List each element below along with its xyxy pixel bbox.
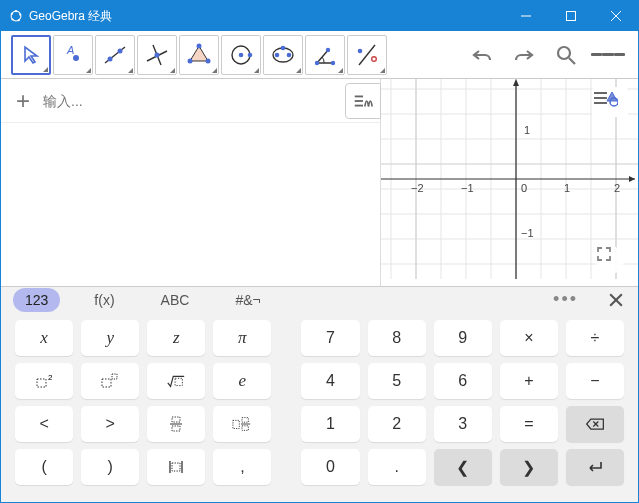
svg-rect-7 (566, 12, 575, 21)
svg-point-26 (275, 52, 280, 57)
algebra-view: + (1, 79, 381, 286)
svg-point-14 (118, 48, 123, 53)
key-4[interactable]: 4 (301, 363, 359, 399)
key-e[interactable]: e (213, 363, 271, 399)
key-z[interactable]: z (147, 320, 205, 356)
svg-point-20 (206, 58, 211, 63)
expression-input[interactable] (37, 87, 372, 115)
key-pi[interactable]: π (213, 320, 271, 356)
svg-rect-89 (242, 426, 248, 431)
svg-point-23 (239, 52, 244, 57)
key-5[interactable]: 5 (368, 363, 426, 399)
key-9[interactable]: 9 (434, 320, 492, 356)
tool-ellipse[interactable] (263, 35, 303, 75)
svg-marker-61 (629, 176, 635, 182)
svg-point-4 (11, 18, 13, 20)
keyboard-toggle-button[interactable] (345, 83, 381, 119)
graphics-view[interactable]: −2−1012 1−1 (381, 79, 638, 286)
key-2[interactable]: 2 (368, 406, 426, 442)
key-3[interactable]: 3 (434, 406, 492, 442)
tool-line[interactable] (95, 35, 135, 75)
svg-point-34 (372, 56, 377, 61)
key-frac[interactable] (147, 406, 205, 442)
key-square[interactable]: 2 (15, 363, 73, 399)
kb-tab-123[interactable]: 123 (13, 288, 60, 312)
key-comma[interactable]: , (213, 449, 271, 485)
kb-tab-abc[interactable]: ABC (149, 288, 202, 312)
app-title: GeoGebra 经典 (29, 8, 112, 25)
svg-line-36 (569, 58, 575, 64)
svg-text:−2: −2 (411, 182, 424, 194)
svg-text:1: 1 (524, 124, 530, 136)
key-y[interactable]: y (81, 320, 139, 356)
main-area: + −2−1012 1−1 (1, 79, 638, 286)
key-abs[interactable] (147, 449, 205, 485)
tool-circle[interactable] (221, 35, 261, 75)
svg-point-21 (188, 58, 193, 63)
key-gt[interactable]: > (81, 406, 139, 442)
tool-polygon[interactable] (179, 35, 219, 75)
key-minus[interactable]: − (566, 363, 624, 399)
graphics-options-button[interactable] (592, 87, 628, 117)
key-grid: x y z π 7 8 9 × ÷ 2 e 4 5 6 + − < > (1, 312, 638, 502)
svg-text:2: 2 (48, 373, 53, 382)
tool-angle[interactable] (305, 35, 345, 75)
key-equals[interactable]: = (500, 406, 558, 442)
menu-button[interactable] (591, 38, 625, 72)
key-0[interactable]: 0 (301, 449, 359, 485)
key-enter[interactable] (566, 449, 624, 485)
key-left[interactable]: ❮ (434, 449, 492, 485)
key-divide[interactable]: ÷ (566, 320, 624, 356)
tool-point[interactable]: A (53, 35, 93, 75)
svg-line-12 (105, 47, 125, 63)
kb-tab-fx[interactable]: f(x) (82, 288, 126, 312)
key-7[interactable]: 7 (301, 320, 359, 356)
keyboard-tabs: 123 f(x) ABC #&¬ ••• (1, 287, 638, 312)
tool-move[interactable] (11, 35, 51, 75)
key-6[interactable]: 6 (434, 363, 492, 399)
svg-point-27 (287, 52, 292, 57)
key-1[interactable]: 1 (301, 406, 359, 442)
kb-close-button[interactable] (606, 290, 626, 310)
svg-rect-85 (172, 426, 180, 431)
svg-point-19 (197, 43, 202, 48)
search-button[interactable] (549, 38, 583, 72)
virtual-keyboard: 123 f(x) ABC #&¬ ••• x y z π 7 8 9 × ÷ 2… (1, 286, 638, 502)
titlebar: GeoGebra 经典 (1, 1, 638, 31)
svg-point-11 (73, 55, 79, 61)
maximize-button[interactable] (548, 1, 593, 31)
svg-point-28 (281, 45, 286, 50)
key-sqrt[interactable] (147, 363, 205, 399)
tool-reflect[interactable] (347, 35, 387, 75)
key-plus[interactable]: + (500, 363, 558, 399)
key-8[interactable]: 8 (368, 320, 426, 356)
svg-rect-81 (112, 374, 117, 379)
fullscreen-button[interactable] (596, 246, 624, 274)
key-backspace[interactable] (566, 406, 624, 442)
key-lt[interactable]: < (15, 406, 73, 442)
svg-point-17 (155, 52, 160, 57)
kb-tab-sym[interactable]: #&¬ (223, 288, 272, 312)
tool-perpendicular[interactable] (137, 35, 177, 75)
add-icon[interactable]: + (9, 87, 37, 115)
svg-marker-74 (607, 92, 617, 101)
minimize-button[interactable] (503, 1, 548, 31)
svg-point-3 (18, 19, 20, 21)
key-multiply[interactable]: × (500, 320, 558, 356)
svg-rect-80 (102, 379, 111, 387)
svg-marker-63 (513, 79, 519, 86)
svg-line-32 (359, 45, 375, 65)
close-button[interactable] (593, 1, 638, 31)
key-right[interactable]: ❯ (500, 449, 558, 485)
key-x[interactable]: x (15, 320, 73, 356)
key-mixed[interactable] (213, 406, 271, 442)
redo-button[interactable] (507, 38, 541, 72)
key-power[interactable] (81, 363, 139, 399)
key-lparen[interactable]: ( (15, 449, 73, 485)
input-row: + (1, 79, 380, 123)
key-dot[interactable]: . (368, 449, 426, 485)
key-rparen[interactable]: ) (81, 449, 139, 485)
undo-button[interactable] (465, 38, 499, 72)
kb-more-button[interactable]: ••• (553, 289, 578, 310)
svg-rect-93 (172, 463, 180, 471)
